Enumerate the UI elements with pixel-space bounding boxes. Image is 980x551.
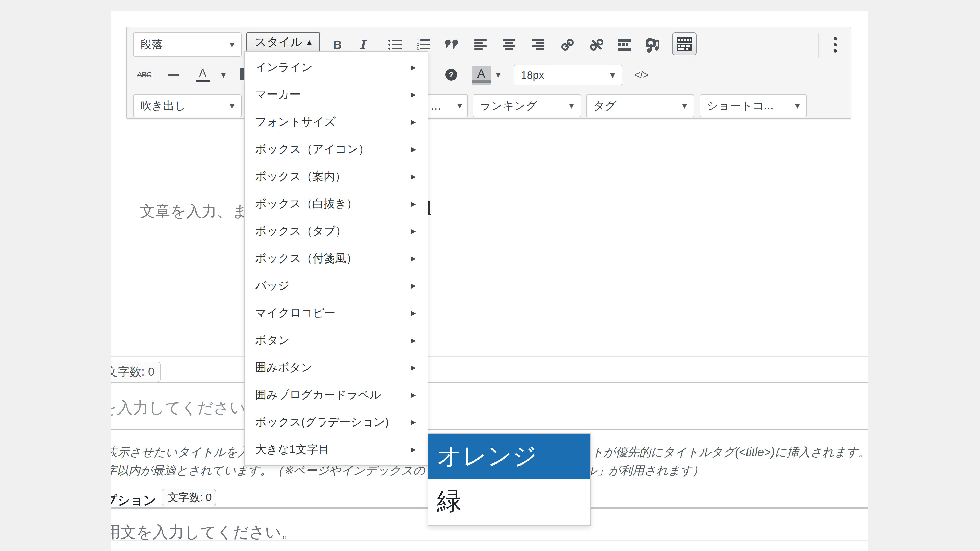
hidden-icon-fragment xyxy=(240,68,245,80)
menu-item-marker[interactable]: マーカー▶ xyxy=(245,81,428,108)
submenu-arrow-icon: ▶ xyxy=(410,172,416,180)
submenu-arrow-icon: ▶ xyxy=(410,227,416,235)
more-options-button[interactable] xyxy=(824,34,846,56)
tag-select-value: タグ xyxy=(593,98,616,113)
chevron-up-icon: ▲ xyxy=(307,38,312,46)
horizontal-rule-button[interactable] xyxy=(163,64,184,86)
format-select-value: 段落 xyxy=(140,37,163,52)
media-button[interactable] xyxy=(643,34,665,56)
submenu-arrow-icon: ▶ xyxy=(410,200,416,208)
submenu-arrow-icon: ▶ xyxy=(410,364,416,372)
style-button-label: スタイル xyxy=(255,34,302,50)
code-button[interactable]: </> xyxy=(631,64,652,86)
title-input-placeholder[interactable]: を入力してください xyxy=(111,397,246,418)
menu-item-big-first-letter[interactable]: 大きな1文字目▶ xyxy=(245,436,428,463)
menu-item-button[interactable]: ボタン▶ xyxy=(245,327,428,354)
align-left-button[interactable] xyxy=(470,34,491,56)
align-right-button[interactable] xyxy=(528,34,549,56)
toolbar-toggle-button[interactable] xyxy=(672,32,697,56)
menu-item-box-tab[interactable]: ボックス（タブ）▶ xyxy=(245,218,428,245)
menu-item-microcopy[interactable]: マイクロコピー▶ xyxy=(245,299,428,327)
menu-item-badge[interactable]: バッジ▶ xyxy=(245,272,428,299)
help-icon: ? xyxy=(445,69,457,81)
char-count-badge: 文字数: 0 xyxy=(162,489,216,507)
numbered-list-icon: 1 2 3 xyxy=(417,38,430,51)
tag-select[interactable]: タグ ▼ xyxy=(586,94,694,117)
strikethrough-button[interactable]: ABC xyxy=(134,64,155,86)
submenu-item-green[interactable]: 緑 xyxy=(428,479,590,524)
svg-text:1: 1 xyxy=(417,38,419,42)
menu-item-blogcard-label[interactable]: 囲みブログカードラベル▶ xyxy=(245,381,428,408)
help-text-line2-right: ル」が利用されます） xyxy=(585,463,704,478)
link-icon xyxy=(561,38,574,51)
submenu-arrow-icon: ▶ xyxy=(410,254,416,262)
submenu-arrow-icon: ▶ xyxy=(410,282,416,289)
italic-icon: I xyxy=(360,38,365,52)
bold-icon: B xyxy=(333,38,342,52)
editor-page: 段落 ▼ スタイル ▲ B I 1 2 3 xyxy=(111,11,868,551)
chevron-down-icon: ▼ xyxy=(569,102,574,110)
shortcode-select[interactable]: ショートコ... ▼ xyxy=(700,94,807,117)
font-size-select[interactable]: 18px ▼ xyxy=(514,65,622,86)
background-color-icon: A xyxy=(477,68,485,79)
text-color-button[interactable]: A xyxy=(192,64,213,86)
text-color-icon: A xyxy=(196,67,210,82)
balloon-select-value: 吹き出し xyxy=(140,98,186,113)
svg-text:3: 3 xyxy=(417,47,419,51)
bullet-list-icon xyxy=(388,39,402,50)
separator-line xyxy=(111,382,868,383)
submenu-arrow-icon: ▶ xyxy=(410,63,416,71)
background-color-dropdown[interactable]: ▼ xyxy=(491,64,505,86)
chevron-down-icon: ▼ xyxy=(221,71,226,79)
align-right-icon xyxy=(532,39,544,50)
menu-item-frame-button[interactable]: 囲みボタン▶ xyxy=(245,354,428,381)
menu-item-inline[interactable]: インライン▶ xyxy=(245,54,428,81)
background-color-button[interactable]: A xyxy=(472,66,490,85)
blockquote-icon xyxy=(445,40,458,50)
balloon-select[interactable]: 吹き出し ▼ xyxy=(133,94,242,117)
text-color-dropdown[interactable]: ▼ xyxy=(216,64,231,86)
menu-item-box-guide[interactable]: ボックス（案内）▶ xyxy=(245,163,428,190)
submenu-arrow-icon: ▶ xyxy=(410,145,416,153)
keyboard-icon xyxy=(676,37,692,51)
help-button[interactable]: ? xyxy=(441,64,462,86)
menu-item-box-sticky[interactable]: ボックス（付箋風）▶ xyxy=(245,245,428,272)
submenu-arrow-icon: ▶ xyxy=(410,118,416,126)
strikethrough-icon: ABC xyxy=(137,70,151,79)
menu-item-box-white[interactable]: ボックス（白抜き）▶ xyxy=(245,190,428,218)
font-size-value: 18px xyxy=(521,69,544,81)
format-select[interactable]: 段落 ▼ xyxy=(133,32,242,57)
menu-item-box-icon[interactable]: ボックス（アイコン）▶ xyxy=(245,135,428,163)
chevron-down-icon: ▼ xyxy=(496,71,501,79)
code-icon: </> xyxy=(635,69,649,81)
horizontal-rule-icon xyxy=(168,74,179,76)
submenu-arrow-icon: ▶ xyxy=(410,309,416,317)
toc-button[interactable] xyxy=(614,34,635,56)
separator-line xyxy=(111,540,868,541)
menu-item-box-gradient[interactable]: ボックス(グラデーション)▶ xyxy=(245,408,428,436)
separator-line xyxy=(111,356,868,357)
align-center-button[interactable] xyxy=(498,34,520,56)
submenu-arrow-icon: ▶ xyxy=(410,445,416,453)
chevron-down-icon: ▼ xyxy=(230,102,234,110)
style-menu-button[interactable]: スタイル ▲ xyxy=(246,32,320,52)
covered-select-value: … xyxy=(430,100,442,112)
option-field-label: プション xyxy=(111,492,156,509)
link-button[interactable] xyxy=(557,34,578,56)
ranking-select[interactable]: ランキング ▼ xyxy=(473,94,581,117)
excerpt-placeholder[interactable]: 用文を入力してください。 xyxy=(111,521,297,543)
editor-toolbar: 段落 ▼ スタイル ▲ B I 1 2 3 xyxy=(126,27,851,119)
chevron-down-icon: ▼ xyxy=(457,102,462,110)
menu-item-fontsize[interactable]: フォントサイズ▶ xyxy=(245,108,428,135)
style-dropdown-menu: インライン▶ マーカー▶ フォントサイズ▶ ボックス（アイコン）▶ ボックス（案… xyxy=(245,51,428,465)
submenu-arrow-icon: ▶ xyxy=(410,418,416,426)
unlink-button[interactable] xyxy=(586,34,608,56)
submenu-arrow-icon: ▶ xyxy=(410,336,416,344)
align-left-icon xyxy=(474,39,487,50)
submenu-item-orange[interactable]: オレンジ xyxy=(428,433,590,479)
style-submenu: オレンジ 緑 xyxy=(428,433,591,526)
editor-placeholder[interactable]: 文章を入力、ま xyxy=(140,201,248,222)
chevron-down-icon: ▼ xyxy=(610,71,615,79)
blockquote-button[interactable] xyxy=(441,34,463,56)
align-center-icon xyxy=(503,39,515,50)
